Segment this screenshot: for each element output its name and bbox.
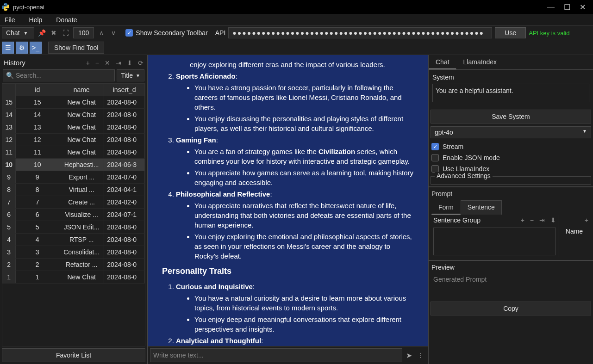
menu-donate[interactable]: Donate <box>56 16 77 24</box>
add-name-icon[interactable]: + <box>560 216 588 224</box>
close-icon[interactable]: ✕ <box>580 3 586 12</box>
download-icon[interactable]: ⬇ <box>127 59 132 67</box>
row-name: New Chat <box>59 271 104 283</box>
svg-point-0 <box>4 4 5 5</box>
menu-file[interactable]: File <box>5 16 15 24</box>
pin-icon[interactable]: 📌 <box>37 28 46 37</box>
row-date: 2024-06-3 <box>104 159 145 171</box>
terminal-button[interactable]: >_ <box>30 42 42 54</box>
api-key-input[interactable]: ●●●●●●●●●●●●●●●●●●●●●●●●●●●●●●●●●●●●●●●●… <box>228 27 492 38</box>
save-system-button[interactable]: Save System <box>431 110 591 123</box>
number-input[interactable]: 100 <box>73 27 94 38</box>
advanced-settings[interactable]: Advanced Settings <box>431 176 591 185</box>
favorite-list-button[interactable]: Favorite List <box>2 348 145 362</box>
chat-content[interactable]: enjoy exploring different eras and the i… <box>148 55 428 346</box>
sentence-group-list[interactable] <box>433 228 556 255</box>
use-llamaindex-checkbox[interactable] <box>431 165 439 173</box>
row-id: 14 <box>16 109 59 121</box>
row-id: 1 <box>16 271 59 283</box>
primary-toolbar: Chat ▼ 📌 ✖ ⛶ 100 ∧ ∨ ✓ Show Secondary To… <box>0 25 593 40</box>
column-id[interactable]: id <box>16 84 59 96</box>
table-row[interactable]: 1515New Chat2024-08-0 <box>2 96 145 109</box>
settings-panel: Chat LlamaIndex System You are a helpful… <box>429 55 593 364</box>
more-icon[interactable]: ⋮ <box>416 352 426 359</box>
table-row[interactable]: 1010Hephaesti...2024-06-3 <box>2 159 145 171</box>
system-textarea[interactable]: You are a helpful assistant. <box>432 84 589 102</box>
show-find-tool-button[interactable]: Show Find Tool <box>48 42 104 54</box>
add-icon[interactable]: + <box>86 59 90 67</box>
copy-button[interactable]: Copy <box>431 302 591 315</box>
row-number: 2 <box>2 259 16 271</box>
chat-input[interactable]: Write some text... <box>150 348 402 362</box>
refresh-icon[interactable]: ⟳ <box>138 59 144 67</box>
gear-button[interactable]: ⚙ <box>16 42 28 54</box>
import-group-icon[interactable]: ⇥ <box>539 216 545 224</box>
hamburger-button[interactable]: ☰ <box>2 42 14 54</box>
table-row[interactable]: 55JSON Edit...2024-08-0 <box>2 221 145 234</box>
row-id: 10 <box>16 159 59 171</box>
row-number: 1 <box>2 271 16 283</box>
row-name: New Chat <box>59 146 104 158</box>
row-date: 2024-08-0 <box>104 221 145 233</box>
column-date[interactable]: insert_d <box>104 84 145 96</box>
download-group-icon[interactable]: ⬇ <box>550 216 556 224</box>
table-row[interactable]: 44RTSP ...2024-08-0 <box>2 234 145 246</box>
row-date: 2024-04-1 <box>104 184 145 196</box>
row-number: 13 <box>2 121 16 133</box>
python-icon <box>2 3 9 11</box>
row-number: 5 <box>2 221 16 233</box>
row-number: 10 <box>2 159 16 171</box>
table-row[interactable]: 88Virtual ...2024-04-1 <box>2 184 145 196</box>
up-icon[interactable]: ∧ <box>97 28 106 37</box>
column-name[interactable]: name <box>59 84 104 96</box>
minimize-icon[interactable]: — <box>547 3 555 12</box>
secondary-toolbar: ☰ ⚙ >_ Show Find Tool <box>0 40 593 55</box>
preview-label: Preview <box>431 264 590 271</box>
row-name: JSON Edit... <box>59 221 104 233</box>
use-button[interactable]: Use <box>495 27 526 38</box>
tab-llamaindex[interactable]: LlamaIndex <box>456 55 504 69</box>
down-icon[interactable]: ∨ <box>109 28 118 37</box>
title-dropdown[interactable]: Title ▼ <box>117 69 144 81</box>
tools-icon[interactable]: ✖ <box>49 28 58 37</box>
tab-sentence[interactable]: Sentence <box>461 200 502 215</box>
column-rownum[interactable] <box>2 84 16 96</box>
table-row[interactable]: 33Consolidat...2024-08-0 <box>2 246 145 259</box>
table-row[interactable]: 1111New Chat2024-08-0 <box>2 146 145 159</box>
table-row[interactable]: 1212New Chat2024-08-0 <box>2 134 145 146</box>
chevron-down-icon: ▼ <box>24 31 28 36</box>
row-date: 2024-08-0 <box>104 271 145 283</box>
import-icon[interactable]: ⇥ <box>116 59 121 67</box>
search-input[interactable]: 🔍 Search... <box>3 69 115 81</box>
chat-panel: enjoy exploring different eras and the i… <box>148 55 429 364</box>
maximize-icon[interactable]: ☐ <box>564 3 570 12</box>
show-secondary-checkbox[interactable]: ✓ <box>125 29 133 37</box>
table-row[interactable]: 99Export ...2024-07-0 <box>2 171 145 184</box>
stream-checkbox[interactable]: ✓ <box>431 143 439 150</box>
remove-icon[interactable]: − <box>95 59 99 67</box>
table-row[interactable]: 11New Chat2024-08-0 <box>2 271 145 284</box>
row-name: Hephaesti... <box>59 159 104 171</box>
table-row[interactable]: 66Visualize ...2024-07-1 <box>2 209 145 221</box>
json-mode-checkbox[interactable] <box>431 154 439 161</box>
table-row[interactable]: 77Create ...2024-02-0 <box>2 196 145 209</box>
add-group-icon[interactable]: + <box>521 216 524 224</box>
row-name: New Chat <box>59 121 104 133</box>
tab-form[interactable]: Form <box>431 200 461 215</box>
tab-chat[interactable]: Chat <box>429 55 456 69</box>
preview-content: Generated Prompt <box>431 274 590 297</box>
menu-help[interactable]: Help <box>29 16 43 24</box>
row-name: New Chat <box>59 134 104 146</box>
remove-group-icon[interactable]: − <box>530 216 534 224</box>
mode-dropdown[interactable]: Chat ▼ <box>2 27 34 38</box>
table-row[interactable]: 1414New Chat2024-08-0 <box>2 109 145 121</box>
table-row[interactable]: 1313New Chat2024-08-0 <box>2 121 145 134</box>
fullscreen-icon[interactable]: ⛶ <box>61 28 70 37</box>
close-history-icon[interactable]: ✕ <box>105 59 110 67</box>
model-dropdown[interactable]: gpt-4o ▼ <box>431 126 591 138</box>
table-row[interactable]: 22Refactor ...2024-08-0 <box>2 259 145 271</box>
send-icon[interactable]: ➤ <box>402 351 416 360</box>
menubar: File Help Donate <box>0 14 593 25</box>
row-date: 2024-08-0 <box>104 121 145 133</box>
row-id: 11 <box>16 146 59 158</box>
